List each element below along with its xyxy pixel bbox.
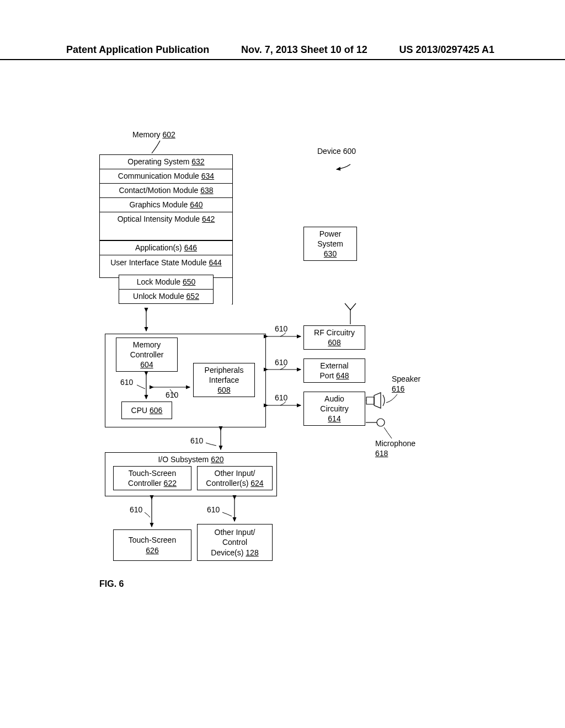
block-diagram: Memory 602 Device 600 Operating System 6…	[99, 138, 447, 596]
svg-point-11	[377, 419, 385, 426]
header-center: Nov. 7, 2013 Sheet 10 of 12	[241, 44, 367, 56]
connectors	[99, 138, 447, 596]
page-header: Patent Application Publication Nov. 7, 2…	[0, 44, 565, 60]
header-left: Patent Application Publication	[66, 44, 209, 56]
figure-label: FIG. 6	[99, 579, 124, 589]
header-right: US 2013/0297425 A1	[399, 44, 494, 56]
